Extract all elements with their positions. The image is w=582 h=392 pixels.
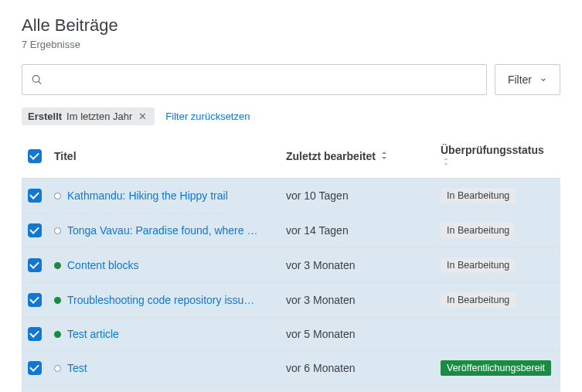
table-row: Kathmandu: Hiking the Hippy trailvor 10 …: [22, 179, 560, 213]
post-title-link[interactable]: Kathmandu: Hiking the Hippy trail: [67, 189, 228, 202]
page-title: Alle Beiträge: [22, 15, 560, 36]
select-all-header: [22, 136, 48, 179]
close-icon[interactable]: ✕: [137, 111, 148, 122]
status-badge: In Bearbeitung: [441, 223, 516, 238]
column-review-status-label: Überprüfungsstatus: [441, 144, 544, 156]
sort-icon: [380, 152, 388, 162]
status-dot-icon: [54, 331, 61, 338]
status-badge: Veröffentlichungsbereit: [441, 360, 551, 376]
filter-button-label: Filter: [508, 73, 532, 86]
sort-icon: [442, 159, 450, 168]
column-last-edited-label: Zuletzt bearbeitet: [286, 150, 376, 162]
post-title-link[interactable]: Test article: [67, 328, 119, 340]
search-input[interactable]: [22, 64, 487, 95]
column-review-status[interactable]: Überprüfungsstatus: [434, 136, 560, 179]
reset-filters-link[interactable]: Filter zurücksetzen: [165, 111, 250, 122]
table-row: Test articlevor 5 Monaten: [22, 318, 560, 351]
row-checkbox[interactable]: [28, 293, 42, 307]
row-checkbox[interactable]: [28, 189, 42, 203]
table-row: Tonga Vavau: Paradise found, where …vor …: [22, 213, 560, 248]
post-title-link[interactable]: Troubleshooting code repository issu…: [67, 294, 254, 306]
status-badge: In Bearbeitung: [441, 257, 516, 273]
last-edited-text: vor 14 Tagen: [286, 224, 349, 237]
active-filter-chip: Erstellt Im letzten Jahr ✕: [22, 107, 155, 125]
select-all-checkbox[interactable]: [28, 149, 42, 163]
column-last-edited[interactable]: Zuletzt bearbeitet: [280, 136, 434, 179]
table-row: Mega Pets return policyvor 7 Monaten: [22, 386, 560, 392]
row-checkbox[interactable]: [28, 223, 42, 237]
status-badge: In Bearbeitung: [441, 188, 516, 203]
status-dot-icon: [54, 262, 61, 269]
last-edited-text: vor 5 Monaten: [286, 328, 356, 340]
post-title-link[interactable]: Test: [67, 362, 87, 374]
column-title-label: Titel: [54, 150, 77, 162]
filter-chip-label: Erstellt: [28, 111, 62, 122]
row-checkbox[interactable]: [28, 361, 42, 375]
post-title-link[interactable]: Content blocks: [67, 259, 139, 271]
table-row: Troubleshooting code repository issu…vor…: [22, 283, 560, 318]
svg-point-0: [32, 76, 39, 83]
status-dot-icon: [54, 193, 61, 199]
filter-button[interactable]: Filter: [495, 64, 560, 95]
last-edited-text: vor 6 Monaten: [286, 362, 356, 374]
search-icon: [31, 74, 43, 86]
last-edited-text: vor 3 Monaten: [286, 294, 356, 306]
row-checkbox[interactable]: [28, 327, 42, 341]
search-wrapper: [22, 64, 487, 95]
status-dot-icon: [54, 297, 61, 304]
status-badge: In Bearbeitung: [441, 292, 516, 308]
table-row: Testvor 6 MonatenVeröffentlichungsbereit: [22, 351, 560, 386]
status-dot-icon: [54, 227, 61, 234]
last-edited-text: vor 10 Tagen: [286, 189, 349, 202]
filter-chip-value: Im letzten Jahr: [66, 111, 132, 122]
post-title-link[interactable]: Tonga Vavau: Paradise found, where …: [67, 224, 257, 237]
posts-table: Titel Zuletzt bearbeitet Überprüfungssta…: [22, 136, 560, 392]
column-title[interactable]: Titel: [48, 136, 280, 179]
svg-line-1: [39, 82, 41, 84]
result-count: 7 Ergebnisse: [22, 39, 560, 50]
last-edited-text: vor 3 Monaten: [286, 259, 356, 271]
table-row: Content blocksvor 3 MonatenIn Bearbeitun…: [22, 248, 560, 283]
chevron-down-icon: [539, 76, 547, 84]
status-dot-icon: [54, 365, 61, 372]
row-checkbox[interactable]: [28, 258, 42, 272]
